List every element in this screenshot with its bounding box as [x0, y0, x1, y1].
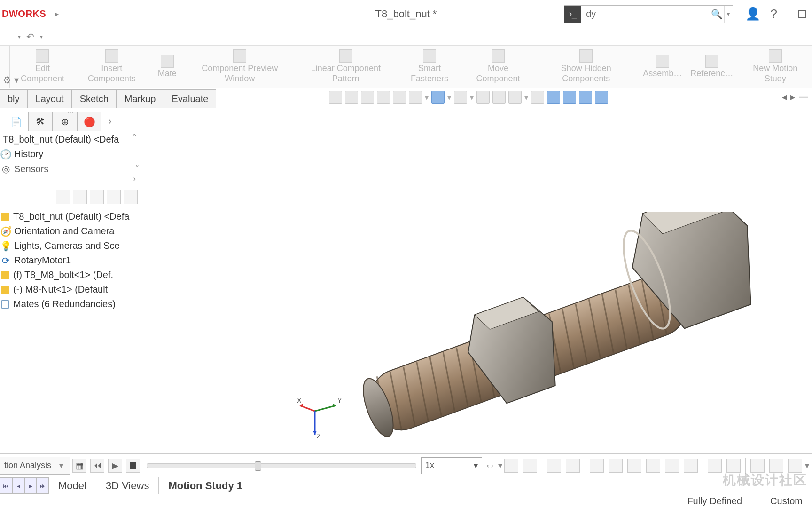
- dynamic-zoom-icon[interactable]: [393, 91, 406, 104]
- tab-markup[interactable]: Markup: [117, 89, 164, 108]
- help-icon[interactable]: ?: [771, 7, 777, 21]
- gravity-tool-icon[interactable]: [665, 459, 679, 473]
- options-gear-icon[interactable]: ⚙ ▾: [3, 74, 19, 86]
- tab-next-icon[interactable]: ▸: [24, 477, 37, 494]
- app-menu-caret[interactable]: ▸: [52, 5, 61, 24]
- search-icon[interactable]: 🔍: [710, 8, 724, 20]
- filter-icon[interactable]: [56, 190, 70, 204]
- smart-fasteners-button[interactable]: Smart Fasteners: [400, 49, 459, 84]
- tab-prev-icon[interactable]: ◂: [12, 477, 24, 494]
- tree-root-row[interactable]: T8_bolt_nut (Default) <Defa ˄: [0, 131, 141, 147]
- move-component-button[interactable]: Move Component: [467, 49, 529, 84]
- orientation-triad[interactable]: X Y Z: [296, 397, 343, 439]
- analysis-type-select[interactable]: tion Analysis▾: [0, 457, 70, 475]
- loop-mode-icon[interactable]: ↔: [485, 460, 495, 472]
- tree-sensors[interactable]: ◎ Sensors ˅: [0, 161, 141, 176]
- view-mates-icon[interactable]: [90, 190, 104, 204]
- playback-speed-select[interactable]: 1x▾: [421, 457, 482, 474]
- triad-toggle-icon[interactable]: [531, 91, 544, 104]
- previous-view-icon[interactable]: [361, 91, 374, 104]
- next-view-arrow[interactable]: ▸: [790, 91, 795, 103]
- timeline-handle[interactable]: [255, 461, 261, 471]
- section-view-icon[interactable]: [377, 91, 390, 104]
- results-plot-icon[interactable]: [708, 459, 722, 473]
- tree-rotary-motor[interactable]: ⟳ RotaryMotor1: [1, 253, 140, 268]
- property-manager-tab[interactable]: 🛠: [28, 112, 53, 131]
- tab-sketch[interactable]: Sketch: [72, 89, 117, 108]
- search-dropdown-caret[interactable]: ▾: [724, 6, 733, 23]
- timeline-slider[interactable]: [147, 463, 416, 468]
- stop-button[interactable]: [126, 459, 140, 473]
- view-right-icon[interactable]: [563, 91, 576, 104]
- linear-pattern-button[interactable]: Linear Component Pattern: [300, 49, 392, 84]
- tab-first-icon[interactable]: ⏮: [0, 477, 12, 494]
- hide-show-icon[interactable]: [454, 91, 467, 104]
- user-icon[interactable]: 👤: [745, 7, 760, 21]
- command-search[interactable]: ›_ 🔍 ▾: [564, 5, 733, 23]
- zoom-area-icon[interactable]: [345, 91, 358, 104]
- new-motion-study-button[interactable]: New Motion Study: [743, 49, 807, 84]
- panel-grip2-icon[interactable]: ⋯: [0, 179, 141, 187]
- display-pane-icon[interactable]: [73, 190, 87, 204]
- search-input[interactable]: [581, 8, 710, 19]
- edit-component-button[interactable]: Edit Component: [15, 49, 70, 84]
- view-settings-icon[interactable]: [508, 91, 522, 104]
- edit-appearance-icon[interactable]: [476, 91, 490, 104]
- qat-new-icon[interactable]: [3, 32, 12, 41]
- mate-button[interactable]: Mate: [153, 55, 181, 79]
- filter2-icon[interactable]: [107, 190, 121, 204]
- save-animation-icon[interactable]: [504, 459, 518, 473]
- display-style-icon[interactable]: [431, 91, 445, 104]
- maximize-button[interactable]: [798, 10, 806, 18]
- tree-bolt-part[interactable]: (f) T8_M8_bolt<1> (Def.: [1, 268, 140, 282]
- min-viewport-icon[interactable]: —: [799, 91, 808, 103]
- tab-3d-views[interactable]: 3D Views: [96, 477, 159, 494]
- tab-last-icon[interactable]: ⏭: [37, 477, 49, 494]
- component-preview-button[interactable]: Component Preview Window: [190, 49, 290, 84]
- motor-tool-icon[interactable]: [590, 459, 604, 473]
- motion-settings-icon[interactable]: [726, 459, 741, 473]
- appearances-tab[interactable]: 🔴: [77, 112, 102, 131]
- view-iso-icon[interactable]: [595, 91, 608, 104]
- sim-more-icon[interactable]: [788, 459, 802, 473]
- contact-tool-icon[interactable]: [627, 459, 641, 473]
- tree-nut-part[interactable]: (-) M8-Nut<1> (Default: [1, 282, 140, 297]
- play-from-start-button[interactable]: ⏮: [90, 459, 104, 473]
- zoom-fit-icon[interactable]: [329, 91, 342, 104]
- animation-wizard-icon[interactable]: [523, 459, 537, 473]
- insert-components-button[interactable]: Insert Components: [79, 49, 145, 84]
- apply-scene-icon[interactable]: [492, 91, 506, 104]
- tab-evaluate[interactable]: Evaluate: [164, 89, 217, 108]
- force-tool-icon[interactable]: [646, 459, 660, 473]
- tree-mates[interactable]: Mates (6 Redundancies): [1, 297, 140, 311]
- status-units[interactable]: Custom: [770, 496, 803, 507]
- sim-setup-icon[interactable]: [750, 459, 765, 473]
- tree-history[interactable]: 🕑 History: [0, 147, 141, 161]
- damper-tool-icon[interactable]: [684, 459, 698, 473]
- reference-geometry-button[interactable]: Referenc…: [690, 55, 733, 79]
- tab-assembly[interactable]: bly: [0, 89, 28, 108]
- tab-model[interactable]: Model: [49, 477, 96, 494]
- prev-view-arrow[interactable]: ◂: [782, 91, 787, 103]
- more-tabs-arrow[interactable]: ›: [102, 112, 118, 131]
- graphics-viewport[interactable]: X Y Z: [141, 108, 812, 453]
- feature-manager-tab[interactable]: 📄: [4, 112, 28, 131]
- calculate-button[interactable]: ▦: [72, 459, 86, 473]
- tab-layout[interactable]: Layout: [28, 89, 72, 108]
- qat-undo-icon[interactable]: ↶: [26, 31, 34, 42]
- view-front-icon[interactable]: [547, 91, 560, 104]
- assembly-features-button[interactable]: Assemb…: [643, 55, 682, 79]
- tree-lights[interactable]: 💡 Lights, Cameras and Sce: [1, 238, 140, 253]
- autokey-icon[interactable]: [547, 459, 561, 473]
- panel-grip-icon[interactable]: ⋯: [67, 109, 74, 117]
- view-top-icon[interactable]: [579, 91, 592, 104]
- play-button[interactable]: ▶: [108, 459, 122, 473]
- expand-icon[interactable]: [124, 190, 138, 204]
- motion-tree-root[interactable]: T8_bolt_nut (Default) <Defa: [1, 209, 140, 224]
- show-hidden-button[interactable]: Show Hidden Components: [539, 49, 633, 84]
- view-orientation-icon[interactable]: [409, 91, 422, 104]
- spring-tool-icon[interactable]: [609, 459, 623, 473]
- addkey-icon[interactable]: [566, 459, 580, 473]
- tab-motion-study-1[interactable]: Motion Study 1: [159, 477, 252, 494]
- sim-results-icon[interactable]: [769, 459, 783, 473]
